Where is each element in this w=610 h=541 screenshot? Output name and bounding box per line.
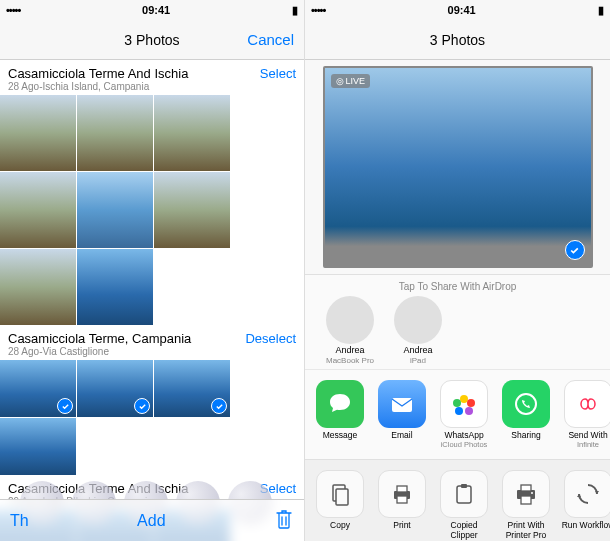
section-subtitle: 28 Ago-Ischia Island, Campania bbox=[8, 81, 188, 92]
svg-rect-12 bbox=[457, 486, 471, 503]
check-icon bbox=[211, 398, 227, 414]
photo-grid bbox=[0, 95, 304, 325]
airdrop-name: Andrea bbox=[391, 346, 445, 356]
photos-select-screen: ••••• 09:41 ▮ 3 Photos Cancel Casamiccio… bbox=[0, 0, 305, 541]
section-header: Casamicciola Terme, Campania 28 Ago-Via … bbox=[0, 325, 304, 360]
printer-pro-icon bbox=[502, 470, 550, 518]
share-app-icloud-photos[interactable]: WhatsApp iCloud Photos bbox=[437, 380, 491, 449]
svg-rect-10 bbox=[397, 486, 407, 492]
share-app-message[interactable]: Message bbox=[313, 380, 367, 449]
svg-rect-15 bbox=[521, 485, 531, 491]
svg-point-2 bbox=[467, 399, 475, 407]
photo-thumb[interactable] bbox=[77, 172, 153, 248]
nav-title: 3 Photos bbox=[430, 32, 485, 48]
svg-point-4 bbox=[455, 407, 463, 415]
nav-bar: 3 Photos Cancel bbox=[0, 20, 304, 60]
check-icon bbox=[134, 398, 150, 414]
nav-bar: 3 Photos bbox=[305, 20, 610, 60]
section-title: Casamicciola Terme, Campania bbox=[8, 331, 191, 346]
whatsapp-icon bbox=[502, 380, 550, 428]
deselect-button[interactable]: Deselect bbox=[245, 331, 296, 346]
bottom-toolbar: Th Add bbox=[0, 499, 304, 541]
signal-dots: ••••• bbox=[311, 4, 325, 16]
section-header: Casamicciola Terme And Ischia 28 Ago-Isc… bbox=[0, 60, 304, 95]
avatar bbox=[394, 296, 442, 344]
action-label: Print bbox=[375, 521, 429, 530]
airdrop-target[interactable]: Andrea MacBook Pro bbox=[323, 296, 377, 365]
photo-thumb[interactable] bbox=[0, 360, 76, 417]
section-title: Casamicciola Terme And Ischia bbox=[8, 66, 188, 81]
photo-thumb[interactable] bbox=[77, 360, 153, 417]
airdrop-title: Tap To Share With AirDrop bbox=[305, 281, 610, 292]
section-subtitle: 28 Ago-Via Castiglione bbox=[8, 346, 191, 357]
email-icon bbox=[378, 380, 426, 428]
app-label: Email bbox=[375, 431, 429, 440]
svg-rect-0 bbox=[392, 398, 412, 412]
action-copy[interactable]: Copy bbox=[313, 470, 367, 540]
action-label: Copied Clipper bbox=[437, 521, 491, 540]
photo-thumb[interactable] bbox=[154, 360, 230, 417]
add-button[interactable]: Add bbox=[29, 512, 274, 530]
share-preview-photo[interactable]: ◎ LIVE bbox=[323, 66, 593, 268]
signal-dots: ••••• bbox=[6, 4, 20, 16]
action-label: Run Workflow bbox=[561, 521, 610, 530]
photo-thumb[interactable] bbox=[77, 95, 153, 171]
battery-icon: ▮ bbox=[598, 4, 604, 17]
photo-thumb[interactable] bbox=[77, 249, 153, 325]
photo-thumb[interactable] bbox=[0, 418, 76, 475]
photo-thumb[interactable] bbox=[0, 95, 76, 171]
photo-thumb[interactable] bbox=[154, 95, 230, 171]
svg-point-17 bbox=[531, 492, 533, 494]
status-bar: ••••• 09:41 ▮ bbox=[0, 0, 304, 20]
app-label: Message bbox=[313, 431, 367, 440]
photo-thumb[interactable] bbox=[154, 172, 230, 248]
workflow-icon bbox=[564, 470, 610, 518]
share-app-infinite[interactable]: Send With Infinite bbox=[561, 380, 610, 449]
message-icon bbox=[316, 380, 364, 428]
share-app-whatsapp[interactable]: Sharing bbox=[499, 380, 553, 449]
airdrop-target[interactable]: Andrea iPad bbox=[391, 296, 445, 365]
airdrop-device: MacBook Pro bbox=[323, 356, 377, 365]
status-bar: ••••• 09:41 ▮ bbox=[305, 0, 610, 20]
infinite-icon bbox=[564, 380, 610, 428]
svg-rect-16 bbox=[521, 496, 531, 504]
status-time: 09:41 bbox=[448, 4, 476, 16]
action-print[interactable]: Print bbox=[375, 470, 429, 540]
photo-thumb[interactable] bbox=[0, 249, 76, 325]
airdrop-device: iPad bbox=[391, 356, 445, 365]
action-printer-pro[interactable]: Print With Printer Pro bbox=[499, 470, 553, 540]
share-apps-row: Message Email WhatsApp iCloud Photos Sha… bbox=[305, 369, 610, 459]
share-actions-row: Copy Print Copied Clipper Print With Pri… bbox=[305, 459, 610, 541]
airdrop-name: Andrea bbox=[323, 346, 377, 356]
status-time: 09:41 bbox=[142, 4, 170, 16]
app-sublabel: iCloud Photos bbox=[437, 440, 491, 449]
app-label: Send With bbox=[561, 431, 610, 440]
action-workflow[interactable]: Run Workflow bbox=[561, 470, 610, 540]
icloud-photos-icon bbox=[440, 380, 488, 428]
select-button[interactable]: Select bbox=[260, 66, 296, 81]
photo-thumb[interactable] bbox=[0, 172, 76, 248]
share-button[interactable]: Th bbox=[10, 512, 29, 530]
nav-title: 3 Photos bbox=[124, 32, 179, 48]
app-label: WhatsApp bbox=[437, 431, 491, 440]
svg-point-3 bbox=[465, 407, 473, 415]
print-icon bbox=[378, 470, 426, 518]
svg-rect-11 bbox=[397, 496, 407, 503]
action-label: Print With Printer Pro bbox=[499, 521, 553, 540]
avatar bbox=[326, 296, 374, 344]
action-label: Copy bbox=[313, 521, 367, 530]
share-preview-area: ◎ LIVE bbox=[305, 60, 610, 275]
battery-icon: ▮ bbox=[292, 4, 298, 17]
cancel-button[interactable]: Cancel bbox=[247, 31, 294, 48]
check-icon bbox=[565, 240, 585, 260]
svg-rect-13 bbox=[461, 484, 467, 488]
photo-grid bbox=[0, 360, 304, 475]
svg-point-5 bbox=[453, 399, 461, 407]
airdrop-area: Tap To Share With AirDrop Andrea MacBook… bbox=[305, 275, 610, 369]
live-badge: ◎ LIVE bbox=[331, 74, 371, 88]
share-app-email[interactable]: Email bbox=[375, 380, 429, 449]
action-clipper[interactable]: Copied Clipper bbox=[437, 470, 491, 540]
app-label: Sharing bbox=[499, 431, 553, 440]
share-sheet-screen: ••••• 09:41 ▮ 3 Photos ◎ LIVE Tap To Sha… bbox=[305, 0, 610, 541]
trash-icon[interactable] bbox=[274, 508, 294, 534]
